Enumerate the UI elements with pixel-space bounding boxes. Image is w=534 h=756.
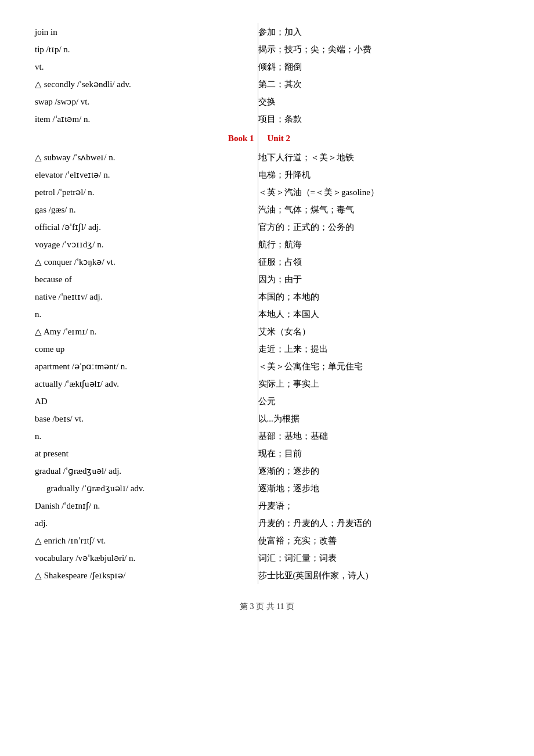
entry-left: △ secondly /ˈsekəndli/ adv. <box>35 75 258 93</box>
entry-left: △ enrich /ɪnˈrɪtʃ/ vt. <box>35 532 258 549</box>
entry-left: AD <box>35 393 258 410</box>
entry-right: 本国的；本地的 <box>258 288 499 305</box>
table-row: vocabulary /vəˈkæbjuləri/ n.词汇；词汇量；词表 <box>35 549 499 567</box>
entry-right: 以...为根据 <box>258 410 499 427</box>
entry-left: △ Shakespeare /ʃeɪkspɪə/ <box>35 567 258 584</box>
footer-text: 第 3 页 共 11 页 <box>240 602 294 611</box>
entry-right: 走近；上来；提出 <box>258 340 499 358</box>
entry-left: because of <box>35 271 258 288</box>
entry-right: 丹麦的；丹麦的人；丹麦语的 <box>258 514 499 532</box>
entry-right: 航行；航海 <box>258 236 499 253</box>
entry-right: 公元 <box>258 393 499 410</box>
entry-left: gradually /ˈɡrædʒuəlɪ/ adv. <box>35 480 258 497</box>
table-row: official /əˈfɪʃl/ adj.官方的；正式的；公务的 <box>35 218 499 236</box>
table-row: petrol /ˈpetrəl/ n.＜英＞汽油（=＜美＞gasoline） <box>35 183 499 201</box>
entry-right: 地下人行道；＜美＞地铁 <box>258 149 499 166</box>
entry-left: join in <box>35 23 258 41</box>
entry-left: tip /tɪp/ n. <box>35 41 258 58</box>
table-row: △ Shakespeare /ʃeɪkspɪə/莎士比亚(英国剧作家，诗人) <box>35 567 499 584</box>
entry-left: come up <box>35 340 258 358</box>
entry-left: gradual /ˈɡrædʒuəl/ adj. <box>35 462 258 480</box>
entry-right: 倾斜；翻倒 <box>258 58 499 75</box>
table-row: native /ˈneɪtɪv/ adj.本国的；本地的 <box>35 288 499 305</box>
entry-right: 基部；基地；基础 <box>258 427 499 445</box>
entry-left: native /ˈneɪtɪv/ adj. <box>35 288 258 305</box>
table-row: come up走近；上来；提出 <box>35 340 499 358</box>
entry-left: △ subway /ˈsʌbweɪ/ n. <box>35 149 258 166</box>
entry-right: 逐渐地；逐步地 <box>258 480 499 497</box>
entry-left: base /beɪs/ vt. <box>35 410 258 427</box>
table-row: swap /swɔp/ vt.交换 <box>35 93 499 110</box>
unit2-label: Unit 2 <box>258 128 499 149</box>
entry-right: 交换 <box>258 93 499 110</box>
table-row: △ secondly /ˈsekəndli/ adv.第二；其次 <box>35 75 499 93</box>
entry-left: official /əˈfɪʃl/ adj. <box>35 218 258 236</box>
table-row: adj.丹麦的；丹麦的人；丹麦语的 <box>35 514 499 532</box>
entry-left: Danish /ˈdeɪnɪʃ/ n. <box>35 497 258 514</box>
table-row: join in参加；加入 <box>35 23 499 41</box>
entry-left: vocabulary /vəˈkæbjuləri/ n. <box>35 549 258 567</box>
entry-left: △ conquer /ˈkɔŋkə/ vt. <box>35 253 258 271</box>
entry-right: 参加；加入 <box>258 23 499 41</box>
table-row: because of因为；由于 <box>35 271 499 288</box>
table-row: at present现在；目前 <box>35 445 499 462</box>
table-row: actually /ˈæktʃuəlɪ/ adv.实际上；事实上 <box>35 375 499 393</box>
table-row: gas /gæs/ n.汽油；气体；煤气；毒气 <box>35 201 499 218</box>
table-row: AD公元 <box>35 393 499 410</box>
entry-left: adj. <box>35 514 258 532</box>
entry-right: 征服；占领 <box>258 253 499 271</box>
entry-right: 丹麦语； <box>258 497 499 514</box>
entry-right: 项目；条款 <box>258 110 499 128</box>
entry-left: gas /gæs/ n. <box>35 201 258 218</box>
entry-left: item /ˈaɪtəm/ n. <box>35 110 258 128</box>
table-row: n.本地人；本国人 <box>35 305 499 323</box>
table-row: voyage /ˈvɔɪɪdʒ/ n.航行；航海 <box>35 236 499 253</box>
table-row: base /beɪs/ vt.以...为根据 <box>35 410 499 427</box>
entry-left: at present <box>35 445 258 462</box>
entry-right: 电梯；升降机 <box>258 166 499 183</box>
entry-right: 官方的；正式的；公务的 <box>258 218 499 236</box>
entry-right: 使富裕；充实；改善 <box>258 532 499 549</box>
table-row: Danish /ˈdeɪnɪʃ/ n.丹麦语； <box>35 497 499 514</box>
entry-left: apartment /əˈpɑːtmənt/ n. <box>35 358 258 375</box>
entry-left: petrol /ˈpetrəl/ n. <box>35 183 258 201</box>
entry-left: elevator /ˈelɪveɪtə/ n. <box>35 166 258 183</box>
table-row: elevator /ˈelɪveɪtə/ n.电梯；升降机 <box>35 166 499 183</box>
entry-right: 现在；目前 <box>258 445 499 462</box>
entry-right: ＜美＞公寓住宅；单元住宅 <box>258 358 499 375</box>
entry-left: swap /swɔp/ vt. <box>35 93 258 110</box>
entry-right: 因为；由于 <box>258 271 499 288</box>
table-row: apartment /əˈpɑːtmənt/ n.＜美＞公寓住宅；单元住宅 <box>35 358 499 375</box>
table-row: △ subway /ˈsʌbweɪ/ n.地下人行道；＜美＞地铁 <box>35 149 499 166</box>
table-row: item /ˈaɪtəm/ n.项目；条款 <box>35 110 499 128</box>
section-header-row: Book 1 Unit 2 <box>35 128 499 149</box>
table-row: △ Amy /ˈeɪmɪ/ n.艾米（女名） <box>35 323 499 340</box>
entry-right: 逐渐的；逐步的 <box>258 462 499 480</box>
entry-right: 第二；其次 <box>258 75 499 93</box>
table-row: △ conquer /ˈkɔŋkə/ vt.征服；占领 <box>35 253 499 271</box>
entry-left: voyage /ˈvɔɪɪdʒ/ n. <box>35 236 258 253</box>
table-row: gradually /ˈɡrædʒuəlɪ/ adv.逐渐地；逐步地 <box>35 480 499 497</box>
vocabulary-table-top: join in参加；加入tip /tɪp/ n.揭示；技巧；尖；尖端；小费vt.… <box>35 23 499 584</box>
entry-left: n. <box>35 305 258 323</box>
entry-left: actually /ˈæktʃuəlɪ/ adv. <box>35 375 258 393</box>
page-container: join in参加；加入tip /tɪp/ n.揭示；技巧；尖；尖端；小费vt.… <box>35 23 499 612</box>
table-row: △ enrich /ɪnˈrɪtʃ/ vt.使富裕；充实；改善 <box>35 532 499 549</box>
entry-left: n. <box>35 427 258 445</box>
entry-right: 汽油；气体；煤气；毒气 <box>258 201 499 218</box>
table-row: n.基部；基地；基础 <box>35 427 499 445</box>
entry-left: vt. <box>35 58 258 75</box>
entry-right: 词汇；词汇量；词表 <box>258 549 499 567</box>
entry-right: 揭示；技巧；尖；尖端；小费 <box>258 41 499 58</box>
page-footer: 第 3 页 共 11 页 <box>35 602 499 612</box>
table-row: tip /tɪp/ n.揭示；技巧；尖；尖端；小费 <box>35 41 499 58</box>
entry-right: 莎士比亚(英国剧作家，诗人) <box>258 567 499 584</box>
entry-right: 实际上；事实上 <box>258 375 499 393</box>
book1-label: Book 1 <box>35 128 258 149</box>
table-row: vt.倾斜；翻倒 <box>35 58 499 75</box>
entry-right: 艾米（女名） <box>258 323 499 340</box>
entry-right: 本地人；本国人 <box>258 305 499 323</box>
entry-left: △ Amy /ˈeɪmɪ/ n. <box>35 323 258 340</box>
entry-right: ＜英＞汽油（=＜美＞gasoline） <box>258 183 499 201</box>
table-row: gradual /ˈɡrædʒuəl/ adj.逐渐的；逐步的 <box>35 462 499 480</box>
